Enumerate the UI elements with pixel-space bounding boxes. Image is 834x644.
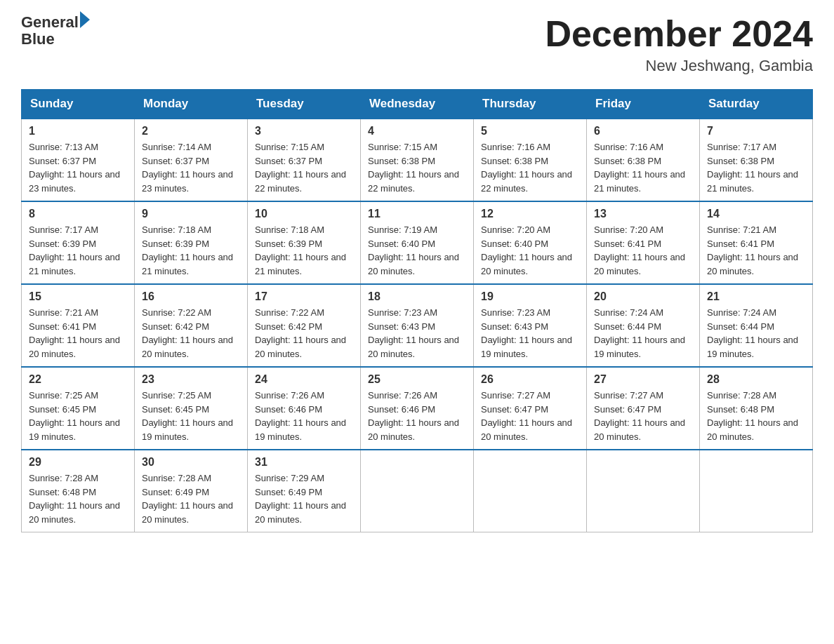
day-number: 25: [368, 373, 466, 386]
calendar-cell: 13Sunrise: 7:20 AMSunset: 6:41 PMDayligh…: [587, 201, 700, 284]
week-row-3: 15Sunrise: 7:21 AMSunset: 6:41 PMDayligh…: [22, 284, 813, 367]
day-info: Sunrise: 7:26 AMSunset: 6:46 PMDaylight:…: [255, 389, 353, 443]
day-info: Sunrise: 7:15 AMSunset: 6:38 PMDaylight:…: [368, 140, 466, 195]
day-number: 2: [142, 125, 240, 137]
calendar-header-row: SundayMondayTuesdayWednesdayThursdayFrid…: [22, 90, 813, 119]
day-info: Sunrise: 7:20 AMSunset: 6:41 PMDaylight:…: [594, 223, 692, 278]
calendar-cell: 8Sunrise: 7:17 AMSunset: 6:39 PMDaylight…: [22, 201, 135, 284]
calendar-cell: 24Sunrise: 7:26 AMSunset: 6:46 PMDayligh…: [248, 367, 361, 450]
day-info: Sunrise: 7:24 AMSunset: 6:44 PMDaylight:…: [707, 306, 805, 361]
day-number: 8: [29, 208, 127, 220]
calendar-cell: 23Sunrise: 7:25 AMSunset: 6:45 PMDayligh…: [135, 367, 248, 450]
calendar-cell: 15Sunrise: 7:21 AMSunset: 6:41 PMDayligh…: [22, 284, 135, 367]
day-number: 4: [368, 125, 466, 137]
logo-arrow-icon: [80, 11, 90, 28]
day-info: Sunrise: 7:20 AMSunset: 6:40 PMDaylight:…: [481, 223, 579, 278]
day-info: Sunrise: 7:16 AMSunset: 6:38 PMDaylight:…: [594, 140, 692, 195]
calendar-cell: [361, 450, 474, 532]
header-sunday: Sunday: [22, 90, 135, 119]
day-number: 17: [255, 290, 353, 303]
day-number: 7: [707, 125, 805, 137]
day-number: 6: [594, 125, 692, 137]
week-row-5: 29Sunrise: 7:28 AMSunset: 6:48 PMDayligh…: [22, 450, 813, 532]
day-number: 24: [255, 373, 353, 386]
page-header: General Blue December 2024 New Jeshwang,…: [21, 14, 813, 75]
day-info: Sunrise: 7:22 AMSunset: 6:42 PMDaylight:…: [255, 306, 353, 361]
day-info: Sunrise: 7:19 AMSunset: 6:40 PMDaylight:…: [368, 223, 466, 278]
day-info: Sunrise: 7:21 AMSunset: 6:41 PMDaylight:…: [29, 306, 127, 361]
day-info: Sunrise: 7:27 AMSunset: 6:47 PMDaylight:…: [594, 389, 692, 443]
calendar-cell: 21Sunrise: 7:24 AMSunset: 6:44 PMDayligh…: [700, 284, 813, 367]
day-info: Sunrise: 7:13 AMSunset: 6:37 PMDaylight:…: [29, 140, 127, 195]
calendar-cell: 16Sunrise: 7:22 AMSunset: 6:42 PMDayligh…: [135, 284, 248, 367]
day-number: 16: [142, 290, 240, 303]
calendar-cell: 31Sunrise: 7:29 AMSunset: 6:49 PMDayligh…: [248, 450, 361, 532]
day-number: 9: [142, 208, 240, 220]
day-info: Sunrise: 7:27 AMSunset: 6:47 PMDaylight:…: [481, 389, 579, 443]
header-monday: Monday: [135, 90, 248, 119]
calendar-cell: 30Sunrise: 7:28 AMSunset: 6:49 PMDayligh…: [135, 450, 248, 532]
calendar-cell: [474, 450, 587, 532]
logo-blue: Blue: [21, 31, 90, 48]
calendar-cell: 4Sunrise: 7:15 AMSunset: 6:38 PMDaylight…: [361, 119, 474, 201]
day-info: Sunrise: 7:21 AMSunset: 6:41 PMDaylight:…: [707, 223, 805, 278]
day-info: Sunrise: 7:14 AMSunset: 6:37 PMDaylight:…: [142, 140, 240, 195]
week-row-4: 22Sunrise: 7:25 AMSunset: 6:45 PMDayligh…: [22, 367, 813, 450]
day-number: 20: [594, 290, 692, 303]
day-info: Sunrise: 7:25 AMSunset: 6:45 PMDaylight:…: [29, 389, 127, 443]
logo-general: General: [21, 14, 79, 31]
calendar-cell: 26Sunrise: 7:27 AMSunset: 6:47 PMDayligh…: [474, 367, 587, 450]
calendar-cell: 19Sunrise: 7:23 AMSunset: 6:43 PMDayligh…: [474, 284, 587, 367]
day-number: 28: [707, 373, 805, 386]
calendar-cell: 11Sunrise: 7:19 AMSunset: 6:40 PMDayligh…: [361, 201, 474, 284]
day-number: 14: [707, 208, 805, 220]
calendar-cell: 14Sunrise: 7:21 AMSunset: 6:41 PMDayligh…: [700, 201, 813, 284]
header-friday: Friday: [587, 90, 700, 119]
calendar-cell: 1Sunrise: 7:13 AMSunset: 6:37 PMDaylight…: [22, 119, 135, 201]
day-info: Sunrise: 7:17 AMSunset: 6:38 PMDaylight:…: [707, 140, 805, 195]
day-info: Sunrise: 7:23 AMSunset: 6:43 PMDaylight:…: [481, 306, 579, 361]
day-info: Sunrise: 7:28 AMSunset: 6:48 PMDaylight:…: [29, 471, 127, 526]
calendar-cell: 18Sunrise: 7:23 AMSunset: 6:43 PMDayligh…: [361, 284, 474, 367]
day-info: Sunrise: 7:23 AMSunset: 6:43 PMDaylight:…: [368, 306, 466, 361]
calendar-cell: 2Sunrise: 7:14 AMSunset: 6:37 PMDaylight…: [135, 119, 248, 201]
day-number: 5: [481, 125, 579, 137]
week-row-2: 8Sunrise: 7:17 AMSunset: 6:39 PMDaylight…: [22, 201, 813, 284]
day-info: Sunrise: 7:24 AMSunset: 6:44 PMDaylight:…: [594, 306, 692, 361]
day-number: 18: [368, 290, 466, 303]
calendar-cell: 9Sunrise: 7:18 AMSunset: 6:39 PMDaylight…: [135, 201, 248, 284]
calendar-table: SundayMondayTuesdayWednesdayThursdayFrid…: [21, 89, 813, 532]
calendar-cell: 12Sunrise: 7:20 AMSunset: 6:40 PMDayligh…: [474, 201, 587, 284]
day-number: 22: [29, 373, 127, 386]
calendar-cell: 28Sunrise: 7:28 AMSunset: 6:48 PMDayligh…: [700, 367, 813, 450]
day-info: Sunrise: 7:26 AMSunset: 6:46 PMDaylight:…: [368, 389, 466, 443]
day-number: 10: [255, 208, 353, 220]
day-number: 31: [255, 456, 353, 469]
day-number: 12: [481, 208, 579, 220]
calendar-cell: 6Sunrise: 7:16 AMSunset: 6:38 PMDaylight…: [587, 119, 700, 201]
day-info: Sunrise: 7:29 AMSunset: 6:49 PMDaylight:…: [255, 471, 353, 526]
calendar-cell: [587, 450, 700, 532]
day-info: Sunrise: 7:18 AMSunset: 6:39 PMDaylight:…: [255, 223, 353, 278]
week-row-1: 1Sunrise: 7:13 AMSunset: 6:37 PMDaylight…: [22, 119, 813, 201]
day-number: 13: [594, 208, 692, 220]
location: New Jeshwang, Gambia: [545, 57, 813, 75]
logo: General Blue: [21, 14, 90, 48]
day-number: 29: [29, 456, 127, 469]
header-saturday: Saturday: [700, 90, 813, 119]
day-info: Sunrise: 7:28 AMSunset: 6:49 PMDaylight:…: [142, 471, 240, 526]
calendar-cell: 3Sunrise: 7:15 AMSunset: 6:37 PMDaylight…: [248, 119, 361, 201]
day-info: Sunrise: 7:22 AMSunset: 6:42 PMDaylight:…: [142, 306, 240, 361]
day-number: 27: [594, 373, 692, 386]
calendar-cell: 27Sunrise: 7:27 AMSunset: 6:47 PMDayligh…: [587, 367, 700, 450]
header-wednesday: Wednesday: [361, 90, 474, 119]
day-info: Sunrise: 7:28 AMSunset: 6:48 PMDaylight:…: [707, 389, 805, 443]
day-number: 15: [29, 290, 127, 303]
header-thursday: Thursday: [474, 90, 587, 119]
day-info: Sunrise: 7:15 AMSunset: 6:37 PMDaylight:…: [255, 140, 353, 195]
month-title: December 2024: [545, 14, 813, 54]
day-number: 30: [142, 456, 240, 469]
title-block: December 2024 New Jeshwang, Gambia: [545, 14, 813, 75]
day-number: 3: [255, 125, 353, 137]
calendar-cell: 25Sunrise: 7:26 AMSunset: 6:46 PMDayligh…: [361, 367, 474, 450]
